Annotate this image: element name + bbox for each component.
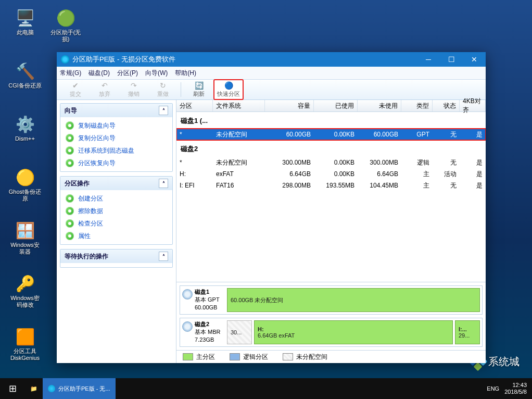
desktop-icon[interactable]: 🟧分区工具DiskGenius xyxy=(5,326,45,361)
panel-item[interactable]: 检查分区 xyxy=(60,217,172,230)
partition-row[interactable]: I: EFIFAT16298.00MB193.55MB104.45MB主无是 xyxy=(176,180,486,191)
panel-header[interactable]: 等待执行的操作˄ xyxy=(60,250,172,263)
desktop-glyph-icon: 🟧 xyxy=(15,326,35,347)
panel-collapse-icon[interactable]: ˄ xyxy=(159,252,168,261)
partition-bar[interactable]: I:...29... xyxy=(455,320,480,344)
column-header[interactable]: 状态 xyxy=(433,100,460,111)
item-icon xyxy=(66,194,74,203)
menu-item[interactable]: 磁盘(D) xyxy=(88,69,110,78)
desktop-glyph-icon: 🔨 xyxy=(15,60,35,81)
panel-item[interactable]: 属性 xyxy=(60,230,172,242)
disk-icon xyxy=(182,321,193,332)
partition-bar[interactable]: 30... xyxy=(227,320,252,344)
partition-bar[interactable]: 60.00GB 未分配空间 xyxy=(227,288,480,312)
column-header[interactable]: 分区 xyxy=(176,100,213,111)
desktop-glyph-icon: 🪟 xyxy=(15,220,35,241)
partition-row[interactable]: *未分配空间300.00MB0.00KB300.00MB逻辑无是 xyxy=(176,157,486,168)
item-icon xyxy=(66,232,74,240)
desktop-glyph-icon: 🔑 xyxy=(15,273,35,294)
column-header[interactable]: 未使用 xyxy=(358,100,401,111)
desktop-icon[interactable]: 🪟Windows安装器 xyxy=(5,220,45,255)
desktop-glyph-icon: 🖥️ xyxy=(15,7,35,28)
legend-item: 逻辑分区 xyxy=(230,353,268,361)
desktop-icon[interactable]: 🟢分区助手(无损) xyxy=(46,7,85,43)
toolbar-glyph-icon: ↻ xyxy=(158,81,168,90)
panel-collapse-icon[interactable]: ˄ xyxy=(159,179,168,188)
taskbar-explorer[interactable]: 📁 xyxy=(25,378,43,399)
panel-item[interactable]: 分区恢复向导 xyxy=(60,157,172,169)
column-header[interactable]: 类型 xyxy=(401,100,433,111)
taskbar-app[interactable]: 分区助手PE版 - 无... xyxy=(43,378,116,399)
disk-icon xyxy=(182,289,193,300)
panel-item[interactable]: 复制分区向导 xyxy=(60,132,172,144)
column-header[interactable]: 容量 xyxy=(265,100,314,111)
main-area: 分区文件系统容量已使用未使用类型状态4KB对齐 磁盘1 (...*未分配空间60… xyxy=(176,100,486,363)
desktop-icon[interactable]: ⚙️Dism++ xyxy=(5,114,45,142)
panel-item[interactable]: 擦除数据 xyxy=(60,205,172,217)
column-header[interactable]: 已使用 xyxy=(314,100,358,111)
desktop-icon[interactable]: 🟡Ghost备份还原 xyxy=(5,167,45,202)
panel-item[interactable]: 创建分区 xyxy=(60,192,172,205)
svg-point-2 xyxy=(68,149,71,152)
disk-visual-row: 磁盘2基本 MBR7.23GB30...H:6.64GB exFATI:...2… xyxy=(180,318,483,347)
disk-header[interactable]: 磁盘1 (... xyxy=(176,112,486,129)
close-button[interactable]: ✕ xyxy=(463,52,486,67)
toolbar-glyph-icon: ↷ xyxy=(129,81,138,90)
item-icon xyxy=(66,207,74,215)
toolbar-glyph-icon: ↶ xyxy=(100,81,109,90)
svg-point-4 xyxy=(68,197,71,200)
menu-item[interactable]: 分区(P) xyxy=(117,69,138,78)
toolbar-快速分区[interactable]: 🔵快速分区 xyxy=(213,79,244,100)
desktop-icon[interactable]: 🖥️此电脑 xyxy=(5,7,45,36)
partition-list[interactable]: 磁盘1 (...*未分配空间60.00GB0.00KB60.00GBGPT无是磁… xyxy=(176,112,486,282)
titlebar[interactable]: 分区助手PE版 - 无损分区免费软件 ─ ☐ ✕ xyxy=(57,52,486,67)
svg-point-5 xyxy=(68,209,71,213)
svg-point-3 xyxy=(68,161,71,165)
toolbar-提交: ✔提交 xyxy=(61,80,90,99)
toolbar-刷新[interactable]: 🔄刷新 xyxy=(184,80,213,99)
menu-item[interactable]: 常规(G) xyxy=(60,69,81,78)
item-icon xyxy=(66,121,74,130)
partition-row[interactable]: H:exFAT6.64GB0.00KB6.64GB主活动是 xyxy=(176,168,486,180)
panel-header[interactable]: 向导˄ xyxy=(60,104,172,117)
column-header[interactable]: 4KB对齐 xyxy=(460,100,486,111)
item-icon xyxy=(66,134,74,142)
tray-lang[interactable]: ENG xyxy=(487,385,499,392)
menu-item[interactable]: 向导(W) xyxy=(145,69,168,78)
disk-visual: 磁盘1基本 GPT60.00GB60.00GB 未分配空间磁盘2基本 MBR7.… xyxy=(176,282,486,350)
toolbar-重做: ↻重做 xyxy=(148,80,178,99)
grid-header: 分区文件系统容量已使用未使用类型状态4KB对齐 xyxy=(176,100,486,112)
menu-item[interactable]: 帮助(H) xyxy=(175,69,196,78)
item-icon xyxy=(66,159,74,167)
taskbar: ⊞ 📁 分区助手PE版 - 无... ENG 12:43 2018/5/8 xyxy=(0,378,532,399)
app-icon xyxy=(61,55,69,64)
panel-item[interactable]: 迁移系统到固态磁盘 xyxy=(60,144,172,157)
legend-item: 主分区 xyxy=(183,353,215,361)
toolbar-撤销: ↷撤销 xyxy=(119,80,148,99)
side-panel: 向导˄复制磁盘向导复制分区向导迁移系统到固态磁盘分区恢复向导 xyxy=(60,103,173,172)
toolbar-放弃: ↶放弃 xyxy=(90,80,119,99)
tray-clock[interactable]: 12:43 2018/5/8 xyxy=(504,382,527,395)
svg-point-1 xyxy=(68,136,71,140)
minimize-button[interactable]: ─ xyxy=(417,52,440,67)
desktop-icon[interactable]: 🔑Windows密码修改 xyxy=(5,273,45,308)
toolbar-glyph-icon: ✔ xyxy=(71,81,80,90)
partition-bar[interactable]: H:6.64GB exFAT xyxy=(254,320,453,344)
side-panel: 分区操作˄创建分区擦除数据检查分区属性 xyxy=(60,176,173,245)
panel-collapse-icon[interactable]: ˄ xyxy=(159,106,168,115)
side-panel: 等待执行的操作˄ xyxy=(60,249,173,268)
item-icon xyxy=(66,146,74,155)
start-button[interactable]: ⊞ xyxy=(0,378,25,399)
system-tray[interactable]: ENG 12:43 2018/5/8 xyxy=(482,382,532,395)
svg-point-6 xyxy=(68,222,71,225)
partition-row[interactable]: *未分配空间60.00GB0.00KB60.00GBGPT无是 xyxy=(176,129,486,140)
toolbar-glyph-icon: 🔄 xyxy=(194,81,204,90)
disk-header[interactable]: 磁盘2 xyxy=(176,140,486,157)
legend: 主分区逻辑分区未分配空间 xyxy=(176,350,486,363)
maximize-button[interactable]: ☐ xyxy=(440,52,463,67)
panel-item[interactable]: 复制磁盘向导 xyxy=(60,119,172,132)
toolbar: ✔提交↶放弃↷撤销↻重做🔄刷新🔵快速分区 xyxy=(57,80,486,100)
panel-header[interactable]: 分区操作˄ xyxy=(60,177,172,190)
desktop-icon[interactable]: 🔨CGI备份还原 xyxy=(5,60,45,89)
column-header[interactable]: 文件系统 xyxy=(213,100,265,111)
